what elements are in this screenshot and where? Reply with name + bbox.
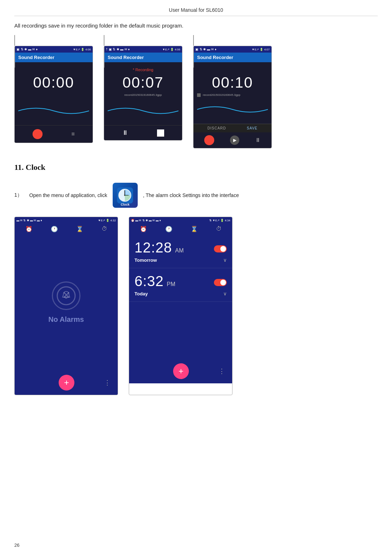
alarm-tab[interactable]: ⏰ xyxy=(25,226,33,232)
no-alarms-area: ✕ No Alarms xyxy=(15,235,118,370)
more-button-3[interactable]: ⏸ xyxy=(255,137,261,143)
recorder-main-1: 00:00 xyxy=(15,62,93,125)
clock-bottom-2: + ⋮ xyxy=(129,359,232,383)
clock-status-2: ⏰ ▬ ✉ ⇅ ✱ ▬ ✉ ▬ ♦ ⇅ ▼E↗ 🔋 4:34 xyxy=(129,217,232,224)
menu-button-1[interactable]: ⋮ xyxy=(104,379,111,387)
step-text-after: , The alarm clock Settings into the inte… xyxy=(143,192,239,198)
status-bar-3: ▣ ⇅ ✱ ▬ ✉ ♦ ▼E↗ 🔋 4:07 xyxy=(193,46,271,53)
clock-screenshots: ▬ ✉ ⇅ ✱ ▬ ✉ ▬ ♦ ▼E↗ 🔋 4:32 ⏰ 🕐 ⌛ ⏱ ✕ xyxy=(14,217,378,395)
discard-button[interactable]: DISCARD xyxy=(207,126,226,130)
recorder-main-2: * Recording 00:07 record20150319160645.3… xyxy=(104,62,182,125)
page-header: User Manual for SL6010 xyxy=(14,7,378,16)
clock-icon-svg xyxy=(115,186,135,205)
timer-tab-2[interactable]: ⌛ xyxy=(191,226,198,232)
add-alarm-button-2[interactable]: + xyxy=(173,363,189,379)
clock-bottom-1: + ⋮ xyxy=(15,370,118,395)
clock-tabs-2: ⏰ 🕐 ⌛ ⏱ xyxy=(129,224,232,235)
pause-button-2[interactable]: ⏸ xyxy=(122,129,128,137)
list-button-1[interactable]: ≡ xyxy=(71,131,74,137)
playback-controls: ▶ ⏸ xyxy=(193,132,271,148)
clock-icon-label: Clock xyxy=(113,203,138,206)
alarms-list: 12:28 AM Tomorrow ∨ 6:32 xyxy=(129,235,232,359)
section11-container: 11. Clock 1） Open the menu of applicatio… xyxy=(14,163,378,395)
clock-app-icon[interactable]: Clock xyxy=(113,183,138,208)
intro-text: All recordings save in my recording fold… xyxy=(14,23,378,29)
no-alarms-text: No Alarms xyxy=(48,315,84,324)
alarm-toggle-2[interactable] xyxy=(214,279,227,286)
recorder-controls-1: ≡ xyxy=(15,125,93,143)
save-button[interactable]: SAVE xyxy=(247,126,258,130)
alarm-item-1[interactable]: 12:28 AM Tomorrow ∨ xyxy=(129,235,232,268)
page-number: 26 xyxy=(14,542,19,548)
record-button-1[interactable] xyxy=(33,129,43,139)
recorder-screen-3: ▣ ⇅ ✱ ▬ ✉ ♦ ▼E↗ 🔋 4:07 Sound Recorder 00… xyxy=(193,35,272,148)
status-bar-1: ▣ ⇅ ✱ ▬ ✉ ♦ ▼E↗ 🔋 4:06 xyxy=(15,46,93,53)
timer-tab[interactable]: ⌛ xyxy=(76,226,83,232)
app-title-1: Sound Recorder xyxy=(15,53,93,62)
alarm-toggle-1[interactable] xyxy=(214,245,227,252)
waveform-2 xyxy=(108,102,178,120)
sound-recorder-screenshots: ▣ ⇅ ✱ ▬ ✉ ♦ ▼E↗ 🔋 4:06 Sound Recorder 00… xyxy=(14,35,378,148)
app-title-3: Sound Recorder xyxy=(193,53,271,62)
stopwatch-tab-2[interactable]: ⏱ xyxy=(216,226,222,232)
alarm-item-2[interactable]: 6:32 PM Today ∨ xyxy=(129,268,232,302)
waveform-1 xyxy=(18,102,89,120)
stop-button-2[interactable] xyxy=(157,129,164,137)
waveform-3 xyxy=(197,100,268,118)
no-alarms-icon: ✕ xyxy=(52,281,80,310)
alarm-tab-2[interactable]: ⏰ xyxy=(140,226,147,232)
play-button-3[interactable]: ▶ xyxy=(230,136,239,145)
section-heading: 11. Clock xyxy=(14,163,378,172)
clock-status-1: ▬ ✉ ⇅ ✱ ▬ ✉ ▬ ♦ ▼E↗ 🔋 4:32 xyxy=(15,217,118,224)
recorder-main-3: 00:10 record20150319160645.3gpp xyxy=(193,62,271,124)
clock-screen-alarms: ⏰ ▬ ✉ ⇅ ✱ ▬ ✉ ▬ ♦ ⇅ ▼E↗ 🔋 4:34 ⏰ 🕐 ⌛ ⏱ 1… xyxy=(129,217,232,395)
discard-save-bar: DISCARD SAVE xyxy=(193,124,271,132)
clock-tabs-1: ⏰ 🕐 ⌛ ⏱ xyxy=(15,224,118,235)
status-bar-2: † ▣ ⇅ ✱ ▬ ✉ ♦ ▼E↗ 🔋 4:06 xyxy=(104,46,182,53)
add-alarm-button-1[interactable]: + xyxy=(59,375,74,391)
step-text-before: Open the menu of application, click xyxy=(29,192,107,198)
step-number: 1） xyxy=(14,192,22,198)
clock-tab-2[interactable]: 🕐 xyxy=(165,226,172,232)
stopwatch-tab[interactable]: ⏱ xyxy=(102,226,107,232)
clock-screen-no-alarms: ▬ ✉ ⇅ ✱ ▬ ✉ ▬ ♦ ▼E↗ 🔋 4:32 ⏰ 🕐 ⌛ ⏱ ✕ xyxy=(14,217,118,395)
recorder-screen-1: ▣ ⇅ ✱ ▬ ✉ ♦ ▼E↗ 🔋 4:06 Sound Recorder 00… xyxy=(14,35,93,143)
recorder-screen-2: † ▣ ⇅ ✱ ▬ ✉ ♦ ▼E↗ 🔋 4:06 Sound Recorder … xyxy=(104,35,182,141)
menu-button-2[interactable]: ⋮ xyxy=(219,367,225,375)
recorder-controls-2: ⏸ xyxy=(104,125,182,140)
step-1: 1） Open the menu of application, click C… xyxy=(14,183,378,208)
record-button-3[interactable] xyxy=(204,135,214,145)
header-title: User Manual for SL6010 xyxy=(169,7,223,13)
app-title-2: Sound Recorder xyxy=(104,53,182,62)
clock-tab[interactable]: 🕐 xyxy=(51,226,58,232)
